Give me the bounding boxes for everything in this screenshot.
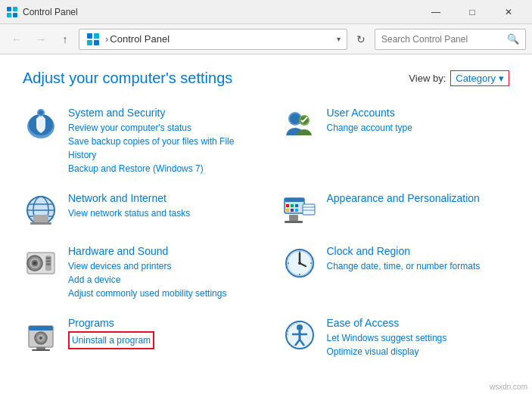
forward-button[interactable]: → bbox=[30, 29, 51, 50]
hardware-sound-link-1[interactable]: View devices and printers bbox=[68, 259, 251, 273]
svg-rect-43 bbox=[46, 257, 51, 259]
category-programs: Programs Uninstall a program bbox=[23, 312, 251, 363]
svg-rect-7 bbox=[94, 40, 99, 45]
network-internet-icon bbox=[23, 192, 59, 228]
svg-rect-23 bbox=[30, 222, 51, 225]
minimize-button[interactable]: — bbox=[418, 0, 453, 24]
page-title: Adjust your computer's settings bbox=[23, 70, 232, 87]
clock-region-text: Clock and Region Change date, time, or n… bbox=[327, 245, 510, 273]
addressbar: ← → ↑ › Control Panel ▾ ↻ 🔍 bbox=[0, 24, 532, 54]
ease-of-access-link-1[interactable]: Let Windows suggest settings bbox=[327, 331, 510, 345]
category-network-internet: Network and Internet View network status… bbox=[23, 188, 251, 233]
user-accounts-link-1[interactable]: Change account type bbox=[327, 121, 510, 135]
address-separator: › bbox=[105, 33, 108, 45]
system-security-link-1[interactable]: Review your computer's status bbox=[68, 121, 251, 135]
watermark: wsxdn.com bbox=[490, 383, 527, 391]
hardware-sound-link-3[interactable]: Adjust commonly used mobility settings bbox=[68, 287, 251, 300]
hardware-sound-icon bbox=[23, 245, 59, 281]
system-security-icon bbox=[23, 107, 59, 143]
category-clock-region: Clock and Region Change date, time, or n… bbox=[282, 240, 510, 305]
programs-link-uninstall[interactable]: Uninstall a program bbox=[68, 331, 154, 349]
up-button[interactable]: ↑ bbox=[54, 29, 76, 50]
view-by-value: Category bbox=[456, 73, 496, 84]
svg-rect-30 bbox=[291, 209, 294, 212]
category-ease-of-access: Ease of Access Let Windows suggest setti… bbox=[282, 312, 510, 363]
back-button[interactable]: ← bbox=[6, 29, 27, 50]
close-button[interactable]: ✕ bbox=[491, 0, 526, 24]
user-accounts-icon bbox=[282, 107, 318, 143]
page-header: Adjust your computer's settings View by:… bbox=[23, 70, 509, 87]
svg-rect-45 bbox=[46, 263, 51, 265]
svg-rect-0 bbox=[7, 7, 11, 11]
svg-rect-32 bbox=[303, 204, 315, 215]
svg-rect-25 bbox=[285, 198, 304, 202]
system-security-name[interactable]: System and Security bbox=[68, 107, 251, 119]
titlebar-icon bbox=[6, 6, 18, 18]
programs-name[interactable]: Programs bbox=[68, 317, 251, 329]
svg-rect-35 bbox=[289, 215, 298, 221]
address-path-icon bbox=[86, 32, 101, 47]
category-user-accounts: User Accounts Change account type bbox=[282, 102, 510, 180]
svg-rect-27 bbox=[291, 204, 294, 207]
address-path[interactable]: › Control Panel ▾ bbox=[79, 29, 347, 50]
ease-of-access-icon bbox=[282, 317, 318, 353]
svg-rect-60 bbox=[36, 347, 45, 349]
network-internet-name[interactable]: Network and Internet bbox=[68, 192, 251, 204]
svg-rect-6 bbox=[87, 40, 92, 45]
maximize-button[interactable]: □ bbox=[455, 0, 490, 24]
svg-point-59 bbox=[39, 337, 42, 340]
clock-region-name[interactable]: Clock and Region bbox=[327, 245, 510, 257]
titlebar-title: Control Panel bbox=[23, 7, 418, 17]
appearance-name[interactable]: Appearance and Personalization bbox=[327, 192, 510, 204]
svg-rect-36 bbox=[285, 221, 303, 223]
programs-text: Programs Uninstall a program bbox=[68, 317, 251, 349]
ease-of-access-name[interactable]: Ease of Access bbox=[327, 317, 510, 329]
svg-rect-2 bbox=[7, 13, 11, 17]
hardware-sound-name[interactable]: Hardware and Sound bbox=[68, 245, 251, 257]
ease-of-access-text: Ease of Access Let Windows suggest setti… bbox=[327, 317, 510, 358]
main-content: Adjust your computer's settings View by:… bbox=[0, 54, 532, 394]
appearance-text: Appearance and Personalization bbox=[327, 192, 510, 206]
search-icon[interactable]: 🔍 bbox=[507, 33, 519, 45]
search-input[interactable] bbox=[381, 34, 507, 45]
svg-point-63 bbox=[297, 324, 303, 330]
svg-rect-1 bbox=[13, 7, 17, 11]
svg-rect-44 bbox=[46, 260, 51, 262]
user-accounts-name[interactable]: User Accounts bbox=[327, 107, 510, 119]
address-dropdown-arrow: ▾ bbox=[337, 35, 341, 43]
ease-of-access-link-2[interactable]: Optimize visual display bbox=[327, 345, 510, 358]
svg-rect-61 bbox=[32, 349, 50, 351]
svg-point-50 bbox=[298, 262, 301, 265]
svg-rect-5 bbox=[94, 33, 99, 39]
system-security-link-3[interactable]: Backup and Restore (Windows 7) bbox=[68, 162, 251, 175]
svg-point-41 bbox=[33, 262, 36, 265]
system-security-link-2[interactable]: Save backup copies of your files with Fi… bbox=[68, 135, 251, 162]
appearance-icon bbox=[282, 192, 318, 228]
search-box[interactable]: 🔍 bbox=[375, 29, 526, 50]
view-by-label: View by: bbox=[409, 73, 446, 84]
programs-icon bbox=[23, 317, 59, 353]
titlebar-controls: — □ ✕ bbox=[418, 0, 526, 24]
clock-region-link-1[interactable]: Change date, time, or number formats bbox=[327, 259, 510, 273]
svg-rect-26 bbox=[286, 204, 289, 207]
network-internet-link-1[interactable]: View network status and tasks bbox=[68, 206, 251, 220]
hardware-sound-link-2[interactable]: Add a device bbox=[68, 273, 251, 287]
titlebar: Control Panel — □ ✕ bbox=[0, 0, 532, 24]
svg-rect-29 bbox=[286, 209, 289, 212]
svg-rect-56 bbox=[29, 326, 53, 330]
refresh-button[interactable]: ↻ bbox=[350, 29, 372, 50]
category-hardware-sound: Hardware and Sound View devices and prin… bbox=[23, 240, 251, 305]
category-appearance: Appearance and Personalization bbox=[282, 188, 510, 233]
categories-grid: System and Security Review your computer… bbox=[23, 102, 509, 363]
view-by-arrow: ▾ bbox=[499, 73, 504, 84]
svg-rect-28 bbox=[295, 204, 298, 207]
svg-rect-22 bbox=[33, 215, 48, 222]
hardware-sound-text: Hardware and Sound View devices and prin… bbox=[68, 245, 251, 300]
view-by-dropdown[interactable]: Category ▾ bbox=[450, 70, 509, 86]
category-system-security: System and Security Review your computer… bbox=[23, 102, 251, 180]
svg-rect-4 bbox=[87, 33, 92, 39]
view-by-control: View by: Category ▾ bbox=[409, 70, 509, 86]
system-security-text: System and Security Review your computer… bbox=[68, 107, 251, 175]
user-accounts-text: User Accounts Change account type bbox=[327, 107, 510, 135]
network-internet-text: Network and Internet View network status… bbox=[68, 192, 251, 220]
